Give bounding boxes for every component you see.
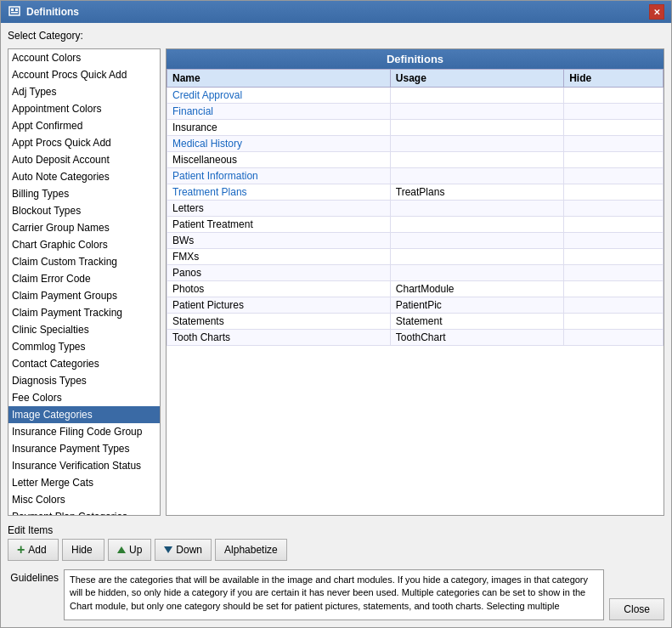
row-name: Treatment Plans [167, 184, 391, 201]
down-button[interactable]: Down [155, 539, 212, 561]
table-row[interactable]: Panos [167, 265, 664, 281]
edit-items-label: Edit Items [8, 524, 664, 536]
edit-items-section: Edit Items + Add Hide Up Down [8, 524, 664, 561]
table-row[interactable]: Letters [167, 201, 664, 217]
close-title-button[interactable]: ✕ [649, 4, 664, 20]
table-row[interactable]: Treatment PlansTreatPlans [167, 184, 664, 201]
row-usage: ChartModule [390, 281, 563, 297]
sidebar-item-fee-colors[interactable]: Fee Colors [8, 389, 160, 406]
row-hide [564, 249, 664, 265]
row-name: Statements [167, 314, 391, 330]
arrow-up-icon [117, 546, 126, 553]
sidebar-item-appt-confirmed[interactable]: Appt Confirmed [8, 117, 160, 134]
guidelines-text: These are the categories that will be av… [64, 569, 604, 620]
alphabetize-button[interactable]: Alphabetize [215, 539, 287, 561]
sidebar-item-claim-payment-tracking[interactable]: Claim Payment Tracking [8, 304, 160, 321]
row-name: Insurance [167, 120, 391, 136]
row-name: Panos [167, 265, 391, 281]
row-hide [564, 88, 664, 104]
table-row[interactable]: StatementsStatement [167, 314, 664, 330]
down-label: Down [176, 544, 202, 556]
sidebar-item-blockout-types[interactable]: Blockout Types [8, 202, 160, 219]
row-usage [390, 88, 563, 104]
sidebar-item-auto-deposit-account[interactable]: Auto Deposit Account [8, 151, 160, 168]
sidebar-list[interactable]: Account ColorsAccount Procs Quick AddAdj… [8, 48, 161, 516]
table-row[interactable]: BWs [167, 233, 664, 249]
sidebar-item-claim-payment-groups[interactable]: Claim Payment Groups [8, 287, 160, 304]
row-name: FMXs [167, 249, 391, 265]
row-hide [564, 168, 664, 184]
col-usage: Usage [390, 70, 563, 88]
table-row[interactable]: PhotosChartModule [167, 281, 664, 297]
window-title: Definitions [26, 6, 79, 18]
sidebar-item-misc-colors[interactable]: Misc Colors [8, 491, 160, 508]
sidebar-item-clinic-specialties[interactable]: Clinic Specialties [8, 321, 160, 338]
table-row[interactable]: FMXs [167, 249, 664, 265]
table-row[interactable]: Credit Approval [167, 88, 664, 104]
table-row[interactable]: Tooth ChartsToothChart [167, 330, 664, 346]
sidebar-item-billing-types[interactable]: Billing Types [8, 185, 160, 202]
row-name: Credit Approval [167, 88, 391, 104]
row-hide [564, 152, 664, 168]
row-name: Tooth Charts [167, 330, 391, 346]
sidebar-item-chart-graphic-colors[interactable]: Chart Graphic Colors [8, 236, 160, 253]
row-name: Patient Information [167, 168, 391, 184]
table-row[interactable]: Insurance [167, 120, 664, 136]
close-bottom-button[interactable]: Close [609, 598, 664, 620]
sidebar-item-adj-types[interactable]: Adj Types [8, 83, 160, 100]
sidebar-item-appt-procs-quick-add[interactable]: Appt Procs Quick Add [8, 134, 160, 151]
row-usage: ToothChart [390, 330, 563, 346]
sidebar-item-insurance-verification-status[interactable]: Insurance Verification Status [8, 457, 160, 474]
row-usage [390, 249, 563, 265]
svg-rect-1 [11, 8, 14, 11]
row-usage [390, 168, 563, 184]
select-category-label: Select Category: [8, 30, 664, 42]
row-hide [564, 120, 664, 136]
sidebar-item-contact-categories[interactable]: Contact Categories [8, 355, 160, 372]
sidebar-item-image-categories[interactable]: Image Categories [8, 406, 160, 423]
definitions-header: Definitions [167, 49, 664, 69]
title-bar: Definitions ✕ [1, 1, 671, 23]
up-button[interactable]: Up [108, 539, 151, 561]
table-row[interactable]: Patient Information [167, 168, 664, 184]
row-name: Financial [167, 104, 391, 120]
table-row[interactable]: Patient PicturesPatientPic [167, 297, 664, 314]
arrow-down-icon [164, 546, 172, 553]
sidebar-item-account-colors[interactable]: Account Colors [8, 49, 160, 66]
table-row[interactable]: Financial [167, 104, 664, 120]
sidebar-item-claim-custom-tracking[interactable]: Claim Custom Tracking [8, 253, 160, 270]
table-row[interactable]: Medical History [167, 136, 664, 152]
svg-rect-0 [9, 7, 20, 15]
edit-buttons: + Add Hide Up Down Alphabetize [8, 539, 664, 561]
row-hide [564, 136, 664, 152]
hide-button[interactable]: Hide [62, 539, 104, 561]
guidelines-label: Guidelines [8, 569, 59, 584]
row-usage [390, 217, 563, 233]
col-name: Name [167, 70, 391, 88]
row-usage [390, 136, 563, 152]
sidebar-item-account-procs-quick-add[interactable]: Account Procs Quick Add [8, 66, 160, 83]
sidebar-item-carrier-group-names[interactable]: Carrier Group Names [8, 219, 160, 236]
sidebar-item-commlog-types[interactable]: Commlog Types [8, 338, 160, 355]
add-button[interactable]: + Add [8, 539, 59, 561]
row-usage: TreatPlans [390, 184, 563, 201]
row-hide [564, 265, 664, 281]
row-hide [564, 217, 664, 233]
sidebar-item-claim-error-code[interactable]: Claim Error Code [8, 270, 160, 287]
definitions-table: Name Usage Hide Credit ApprovalFinancial… [167, 69, 664, 346]
sidebar-item-payment-plan-categories[interactable]: Payment Plan Categories [8, 508, 160, 516]
table-row[interactable]: Miscellaneous [167, 152, 664, 168]
table-row[interactable]: Patient Treatment [167, 217, 664, 233]
hide-label: Hide [71, 544, 93, 556]
sidebar-item-letter-merge-cats[interactable]: Letter Merge Cats [8, 474, 160, 491]
row-hide [564, 104, 664, 120]
sidebar-item-insurance-payment-types[interactable]: Insurance Payment Types [8, 440, 160, 457]
row-name: Patient Pictures [167, 297, 391, 314]
row-usage [390, 104, 563, 120]
sidebar-item-insurance-filing-code-group[interactable]: Insurance Filing Code Group [8, 423, 160, 440]
row-name: Medical History [167, 136, 391, 152]
sidebar-item-diagnosis-types[interactable]: Diagnosis Types [8, 372, 160, 389]
sidebar-item-auto-note-categories[interactable]: Auto Note Categories [8, 168, 160, 185]
row-usage [390, 152, 563, 168]
sidebar-item-appointment-colors[interactable]: Appointment Colors [8, 100, 160, 117]
